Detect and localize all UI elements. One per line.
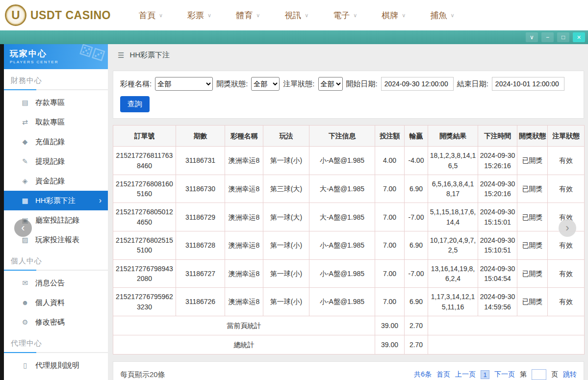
table-cell: 2152172767989432080: [113, 259, 176, 288]
start-date-input[interactable]: [381, 77, 454, 91]
window-collapse-button[interactable]: ∨: [526, 32, 538, 42]
search-button[interactable]: 查詢: [120, 96, 150, 112]
summary-winloss-total: 2.70: [405, 335, 428, 355]
summary-rows: 當前頁統計 39.00 2.70 總統計 39.00 2.70: [113, 316, 585, 355]
sidebar-item-recharge-record[interactable]: ◆ 充值記錄: [4, 132, 108, 152]
table-cell: 第一球(大): [263, 203, 309, 231]
sidebar-item-announcements[interactable]: ✉ 消息公告: [4, 273, 108, 293]
hamburger-icon[interactable]: ☰: [118, 51, 124, 60]
table-cell: 6.90: [405, 231, 428, 260]
summary-winloss-total: 2.70: [405, 316, 428, 335]
section-divider: [4, 352, 108, 353]
first-page-link[interactable]: 首页: [436, 370, 450, 379]
table-cell: 7.00: [375, 175, 405, 203]
sidebar-item-change-password[interactable]: ⚙ 修改密碼: [4, 312, 108, 332]
nav-item-sports[interactable]: 體育∨: [236, 10, 260, 21]
logo-badge-icon: U: [5, 4, 26, 26]
end-date-label: 結束日期:: [457, 79, 488, 89]
filter-row: 彩種名稱: 全部 開獎狀態: 全部 注單狀態: 全部 開始日期: 結束日期:: [120, 77, 577, 91]
jump-link[interactable]: 跳转: [563, 370, 577, 379]
table-row: 215217276811763846031186731澳洲幸运8第一球(小)小-…: [113, 147, 585, 175]
player-report-icon: ▨: [21, 236, 29, 244]
chevron-down-icon: ∨: [305, 12, 308, 19]
table-row: 215217276805012465031186729澳洲幸运8第一球(大)大-…: [113, 203, 585, 231]
lottery-name-label: 彩種名稱:: [120, 79, 152, 89]
document-icon: ▯: [21, 361, 29, 369]
table-cell: 有效: [548, 175, 585, 203]
window-minimize-button[interactable]: −: [541, 32, 554, 42]
withdraw-record-icon: ✎: [21, 157, 29, 165]
table-cell: 31186728: [176, 231, 225, 260]
table-cell: 2024-09-30 15:15:01: [478, 203, 517, 231]
summary-bet-total: 39.00: [375, 316, 405, 335]
table-cell: 第一球(小): [263, 147, 309, 175]
table-cell: -7.00: [405, 259, 428, 288]
announcement-icon: ✉: [21, 279, 29, 287]
table-cell: 2152172767959623230: [113, 288, 176, 316]
table-cell: 澳洲幸运8: [225, 175, 263, 203]
page-suffix-label: 页: [551, 370, 558, 379]
end-date-input[interactable]: [492, 77, 564, 91]
nav-item-fishing[interactable]: 捕魚∨: [430, 10, 454, 21]
nav-item-cards[interactable]: 棋牌∨: [382, 10, 406, 21]
window-maximize-button[interactable]: □: [557, 32, 569, 42]
page-jump-input[interactable]: [532, 369, 546, 380]
sidebar-item-hh-lottery-bets[interactable]: ▦ HH彩票下注 ›: [4, 191, 108, 210]
table-cell: 10,17,20,4,9,7,2,5: [428, 231, 478, 260]
table-cell: 2024-09-30 15:20:16: [478, 175, 517, 203]
next-page-link[interactable]: 下一页: [494, 370, 515, 379]
column-header: 訂單號: [113, 126, 176, 147]
sidebar-item-funds-record[interactable]: ◈ 資金記錄: [4, 171, 108, 191]
scroll-right-button[interactable]: ›: [559, 219, 576, 237]
summary-bet-total: 39.00: [375, 335, 405, 355]
withdraw-icon: ⇄: [21, 118, 29, 126]
nav-item-lottery[interactable]: 彩票∨: [187, 10, 211, 21]
left-edge-strip: [0, 44, 4, 380]
lottery-name-select[interactable]: 全部: [155, 77, 213, 91]
sidebar-item-label: 消息公告: [35, 279, 65, 288]
top-navbar: U USDT CASINO 首頁∨ 彩票∨ 體育∨ 視訊∨ 電子∨ 棋牌∨ 捕魚…: [0, 0, 588, 30]
chevron-down-icon: ∨: [402, 12, 406, 19]
table-cell: -7.00: [405, 203, 428, 231]
pagination-bar: 每頁顯示20條 共6条 首页 上一页 1 下一页 第 页 跳转: [113, 361, 584, 380]
page-title: HH彩票下注: [129, 51, 170, 60]
table-cell: 31186729: [176, 203, 225, 231]
per-page-label: 每頁顯示20條: [120, 370, 165, 380]
table-cell: 已開獎: [517, 147, 548, 175]
chevron-down-icon: ∨: [353, 12, 357, 19]
column-header: 投注額: [375, 126, 405, 147]
table-cell: 澳洲幸运8: [225, 147, 263, 175]
sidebar-item-label: HH彩票下注: [35, 196, 76, 205]
table-cell: 第一球(小): [263, 259, 309, 288]
prev-page-link[interactable]: 上一页: [455, 370, 476, 379]
table-cell: 澳洲幸运8: [225, 288, 263, 316]
nav-item-slots[interactable]: 電子∨: [333, 10, 357, 21]
table-cell: 小-A盤@1.985: [309, 288, 375, 316]
sidebar-collapse-button[interactable]: ‹: [14, 219, 32, 237]
sidebar-item-agent-rules[interactable]: ▯ 代理規則說明: [4, 355, 108, 375]
draw-status-select[interactable]: 全部: [251, 77, 280, 91]
sidebar-item-withdraw[interactable]: ⇄ 取款專區: [4, 112, 108, 132]
table-cell: 5,1,15,18,17,6,14,4: [428, 203, 478, 231]
nav-item-video[interactable]: 視訊∨: [284, 10, 308, 21]
recharge-record-icon: ◆: [21, 138, 29, 146]
table-row: 215217276808160516031186730澳洲幸运8第三球(大)大-…: [113, 175, 585, 203]
chevron-left-icon: ‹: [21, 222, 25, 234]
sidebar-item-label: 個人資料: [35, 298, 65, 307]
table-cell: 7.00: [375, 259, 405, 288]
table-header-row: 訂單號期數彩種名稱玩法下注信息投注額輸贏開獎結果下注時間開獎狀態注單狀態: [113, 126, 585, 147]
table-cell: 小-A盤@1.985: [309, 147, 375, 175]
sidebar-item-profile[interactable]: ☻ 個人資料: [4, 293, 108, 312]
page-prefix-label: 第: [520, 370, 527, 379]
main-nav: 首頁∨ 彩票∨ 體育∨ 視訊∨ 電子∨ 棋牌∨ 捕魚∨: [139, 10, 454, 21]
order-status-select[interactable]: 全部: [318, 77, 343, 91]
table-cell: 第三球(大): [263, 175, 309, 203]
sidebar-item-withdraw-record[interactable]: ✎ 提現記錄: [4, 152, 108, 171]
window-close-button[interactable]: ×: [573, 32, 585, 42]
logo[interactable]: U USDT CASINO: [5, 4, 115, 26]
chevron-down-icon: ∨: [256, 12, 260, 19]
table-cell: 2152172768050124650: [113, 203, 176, 231]
nav-item-home[interactable]: 首頁∨: [139, 10, 163, 21]
sidebar-item-deposit[interactable]: ▤ 存款專區: [4, 93, 108, 112]
bets-table-card: 訂單號期數彩種名稱玩法下注信息投注額輸贏開獎結果下注時間開獎狀態注單狀態 215…: [113, 125, 584, 355]
